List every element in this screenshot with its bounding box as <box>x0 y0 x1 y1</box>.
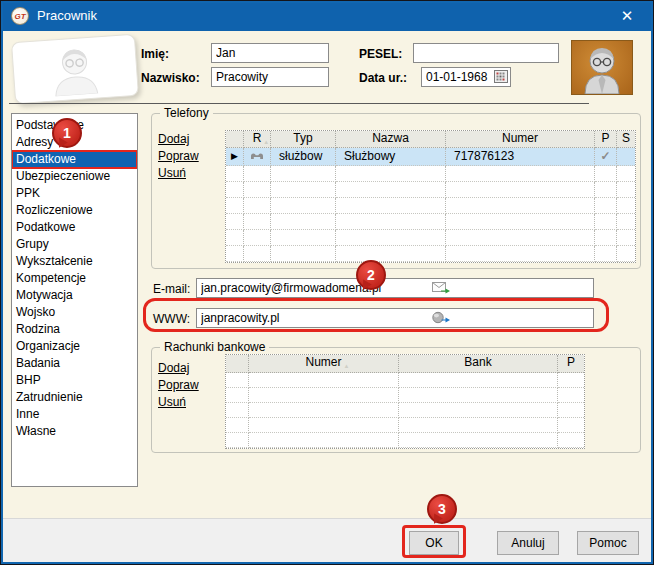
phone-row-empty <box>226 246 635 262</box>
annotation-badge-1: 1 <box>52 118 82 148</box>
sidebar-item-ubezpieczeniowe[interactable]: Ubezpieczeniowe <box>12 168 137 185</box>
close-icon[interactable]: ✕ <box>611 1 643 31</box>
bank-accounts-groupbox: Rachunki bankowe Dodaj Popraw Usuń Numer… <box>151 347 641 453</box>
phone-row-empty <box>226 166 635 182</box>
bank-row-empty <box>226 373 584 388</box>
www-input[interactable] <box>196 308 594 328</box>
row-marker-icon: ▶ <box>226 148 243 165</box>
phone-name-cell: Służbowy <box>336 148 446 166</box>
phone-number-cell: 717876123 <box>446 148 595 166</box>
sidebar-item-badania[interactable]: Badania <box>12 355 137 372</box>
sidebar-item-grupy[interactable]: Grupy <box>12 236 137 253</box>
open-www-icon[interactable] <box>432 311 451 325</box>
person-icon <box>572 41 632 94</box>
phone-row-selected[interactable]: ▶ służbow Służbowy 717876123 ✓ <box>226 148 635 166</box>
pracownik-dialog: GT Pracownik ✕ Imię: Nazwisko: PESEL: Da… <box>0 0 654 565</box>
sidebar-item-kompetencje[interactable]: Kompetencje <box>12 270 137 287</box>
check-icon: ✓ <box>595 148 616 164</box>
employee-photo-placeholder <box>571 40 633 95</box>
phones-add-link[interactable]: Dodaj <box>158 131 199 148</box>
category-listbox: Podstawowe Adresy Dodatkowe Ubezpieczeni… <box>11 113 138 487</box>
email-input[interactable] <box>196 278 594 298</box>
sidebar-item-ppk[interactable]: PPK <box>12 185 137 202</box>
banks-col-p[interactable]: P <box>558 355 584 373</box>
phone-row-empty <box>226 182 635 198</box>
bank-row-empty <box>226 388 584 403</box>
sidebar-item-bhp[interactable]: BHP <box>12 372 137 389</box>
email-label: E-mail: <box>153 282 190 296</box>
birth-date-label: Data ur.: <box>359 71 407 85</box>
birth-date-field <box>421 67 511 87</box>
pesel-label: PESEL: <box>359 47 402 61</box>
first-name-label: Imię: <box>141 47 169 61</box>
phone-type-cell: służbow <box>271 148 336 166</box>
sidebar-item-organizacje[interactable]: Organizacje <box>12 338 137 355</box>
banks-col-numer[interactable]: Numer▲ <box>249 355 399 373</box>
help-button[interactable]: Pomoc <box>577 531 639 555</box>
sort-asc-icon: ▲ <box>263 135 269 148</box>
banks-delete-link[interactable]: Usuń <box>158 394 199 411</box>
phones-col-p[interactable]: P <box>595 131 617 148</box>
phones-col-selector <box>226 131 244 148</box>
phones-groupbox: Telefony Dodaj Popraw Usuń R▲ Typ Nazwa … <box>151 113 641 269</box>
phones-col-typ[interactable]: Typ <box>271 131 336 148</box>
first-name-input[interactable] <box>211 43 329 63</box>
bank-accounts-table: Numer▲ Bank P <box>225 354 585 449</box>
sidebar-item-wojsko[interactable]: Wojsko <box>12 304 137 321</box>
banks-edit-link[interactable]: Popraw <box>158 377 199 394</box>
pesel-input[interactable] <box>413 43 559 63</box>
phone-handset-icon <box>250 152 264 160</box>
sort-asc-icon: ▲ <box>344 359 350 373</box>
bank-accounts-legend: Rachunki bankowe <box>160 340 269 354</box>
banks-col-selector <box>226 355 249 373</box>
window-title: Pracownik <box>37 1 97 31</box>
phones-legend: Telefony <box>160 106 213 120</box>
sidebar-item-wlasne[interactable]: Własne <box>12 423 137 440</box>
header-divider <box>9 103 589 104</box>
badge-card-image <box>11 34 139 104</box>
bank-row-empty <box>226 433 584 448</box>
phones-delete-link[interactable]: Usuń <box>158 165 199 182</box>
bank-row-empty <box>226 418 584 433</box>
banks-add-link[interactable]: Dodaj <box>158 360 199 377</box>
sidebar-item-zatrudnienie[interactable]: Zatrudnienie <box>12 389 137 406</box>
send-email-icon[interactable] <box>432 281 451 295</box>
sidebar-item-motywacja[interactable]: Motywacja <box>12 287 137 304</box>
ok-button[interactable]: OK <box>409 531 459 555</box>
title-bar: GT Pracownik ✕ <box>1 1 653 31</box>
calendar-icon[interactable] <box>494 70 508 83</box>
bank-row-empty <box>226 403 584 418</box>
phone-row-empty <box>226 230 635 246</box>
sidebar-item-podatkowe[interactable]: Podatkowe <box>12 219 137 236</box>
annotation-badge-2: 2 <box>356 260 386 290</box>
phones-table-header: R▲ Typ Nazwa Numer P S <box>226 131 635 148</box>
phones-col-s[interactable]: S <box>617 131 635 148</box>
www-label: WWW: <box>153 312 190 326</box>
last-name-input[interactable] <box>211 67 329 87</box>
sidebar-item-inne[interactable]: Inne <box>12 406 137 423</box>
phone-row-empty <box>226 214 635 230</box>
sidebar-item-rodzina[interactable]: Rodzina <box>12 321 137 338</box>
banks-table-header: Numer▲ Bank P <box>226 355 584 373</box>
person-watermark-icon <box>36 40 113 97</box>
last-name-label: Nazwisko: <box>141 71 200 85</box>
banks-col-bank[interactable]: Bank <box>399 355 558 373</box>
phones-edit-link[interactable]: Popraw <box>158 148 199 165</box>
phones-table: R▲ Typ Nazwa Numer P S ▶ służbow Służbow… <box>225 130 636 263</box>
phone-row-empty <box>226 198 635 214</box>
sidebar-item-dodatkowe[interactable]: Dodatkowe <box>12 151 137 168</box>
sidebar-item-wyksztalcenie[interactable]: Wykształcenie <box>12 253 137 270</box>
phones-col-nazwa[interactable]: Nazwa <box>336 131 446 148</box>
annotation-badge-3: 3 <box>427 494 457 524</box>
phones-col-r[interactable]: R▲ <box>244 131 271 148</box>
cancel-button[interactable]: Anuluj <box>497 531 559 555</box>
phones-col-numer[interactable]: Numer <box>446 131 595 148</box>
sidebar-item-rozliczeniowe[interactable]: Rozliczeniowe <box>12 202 137 219</box>
app-logo-icon: GT <box>11 7 29 25</box>
